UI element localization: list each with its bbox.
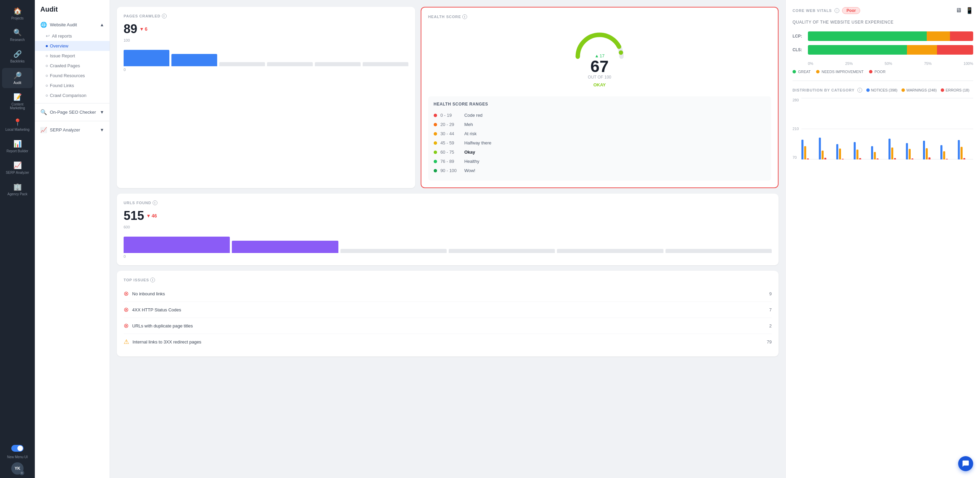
url-bar-4 [449,249,555,253]
issue-item-2[interactable]: ⊗ 4XX HTTP Status Codes 7 [124,302,772,318]
down-arrow-icon: ▼ [139,26,144,32]
sidebar-item-local-marketing[interactable]: 📍 Local Marketing [2,115,33,135]
sidebar-item-backlinks[interactable]: 🔗 Backlinks [2,46,33,67]
dist-legend: NOTICES (398) WARNINGS (248) ERRORS (18) [866,88,969,92]
agency-icon: 🏢 [13,183,22,191]
notices-bar-2 [836,144,838,159]
sidebar-item-audit[interactable]: 🔎 Audit [2,68,33,88]
dist-bars-area [802,98,973,159]
notices-bar-0 [802,140,803,159]
dist-bar-groups [802,98,973,159]
warnings-bar-0 [804,146,806,159]
range-20-29: 20 - 29 Meh [434,120,765,129]
axis-labels: 0% 25% 50% 75% 100% [808,62,973,65]
health-score-number: 67 [588,59,611,75]
ranges-title: HEALTH SCORE RANGES [434,102,765,106]
content-icon: 📝 [13,93,22,101]
avatar-settings-badge[interactable]: ⚙ [19,470,24,475]
sidebar-label-content: Content Marketing [5,102,30,110]
nav-item-found-resources[interactable]: Found Resources [35,71,110,81]
device-icons: 🖥 📱 [955,7,973,14]
website-audit-label: Website Audit [50,22,77,27]
main-content: PAGES CRAWLED i 89 ▼ 6 100 [110,0,980,478]
cwv-info-icon[interactable]: i [835,8,839,13]
distribution-section: DISTRIBUTION BY CATEGORY i NOTICES (398)… [792,88,973,159]
center-panel: PAGES CRAWLED i 89 ▼ 6 100 [110,0,785,478]
sidebar-label-projects: Projects [11,16,24,20]
cwv-title: CORE WEB VITALS [792,8,832,13]
nav-section-header-serp[interactable]: 📈 SERP Analyzer ▼ [35,124,110,136]
health-score-title: HEALTH SCORE i [428,14,771,19]
lcp-bar [808,32,973,41]
nav-item-crawl-comparison[interactable]: Crawl Comparison [35,91,110,100]
score-display: ▲ 17 67 OUT OF 100 [588,53,611,79]
pages-crawled-value: 89 ▼ 6 [124,22,408,36]
notices-bar-6 [906,143,908,159]
issue-count-4: 79 [767,339,772,345]
collapse-website-audit-button[interactable]: ▲ [100,22,104,27]
lcp-yellow-bar [927,32,950,41]
nav-section-header-on-page-seo[interactable]: 🔍 On-Page SEO Checker ▼ [35,106,110,118]
sidebar-item-agency-pack[interactable]: 🏢 Agency Pack [2,179,33,199]
urls-found-info-icon[interactable]: i [153,200,158,205]
issue-item-4[interactable]: ⚠ Internal links to 3XX redirect pages 7… [124,334,772,349]
issue-item-3[interactable]: ⊗ URLs with duplicate page titles 2 [124,318,772,334]
lcp-row: LCP: [792,32,973,41]
warnings-bar-8 [943,151,945,159]
nav-item-found-links[interactable]: Found Links [35,81,110,91]
warnings-bar-6 [908,149,911,159]
warnings-dot [902,89,905,92]
nav-item-issue-report[interactable]: Issue Report [35,51,110,61]
issue-report-label: Issue Report [50,53,75,59]
expand-on-page-seo-button[interactable]: ▼ [100,110,104,115]
on-page-seo-label: On-Page SEO Checker [50,110,96,115]
sidebar-label-serp: SERP Analyzer [6,171,29,175]
bar-6 [363,62,408,66]
health-status: OKAY [593,82,606,87]
serp-icon: 📈 [13,161,22,169]
right-panel: CORE WEB VITALS i Poor 🖥 📱 QUALITY OF TH… [785,0,980,478]
issue-label-2: 4XX HTTP Status Codes [132,307,766,313]
sidebar-item-projects[interactable]: 🏠 Projects [2,3,33,24]
desktop-icon[interactable]: 🖥 [955,7,962,14]
expand-serp-button[interactable]: ▼ [100,127,104,132]
lcp-red-bar [950,32,973,41]
pages-crawled-info-icon[interactable]: i [162,14,167,18]
top-issues-title: TOP ISSUES i [124,278,772,283]
issue-label-4: Internal links to 3XX redirect pages [132,339,764,345]
found-resources-label: Found Resources [50,73,85,78]
active-dot [46,45,48,47]
nav-item-all-reports[interactable]: ↩ All reports [35,31,110,41]
new-menu-toggle[interactable] [11,445,24,452]
avatar[interactable]: YK ⚙ [11,462,24,475]
errors-bar-3 [859,158,861,159]
issue-item-1[interactable]: ⊗ No inbound links 9 [124,286,772,302]
sidebar-item-content-marketing[interactable]: 📝 Content Marketing [2,89,33,113]
chat-bubble[interactable] [958,456,973,471]
sidebar-item-report-builder[interactable]: 📊 Report Builder [2,136,33,156]
nav-item-crawled-pages[interactable]: Crawled Pages [35,61,110,71]
bar-2 [172,54,217,66]
nav-item-overview[interactable]: Overview [35,41,110,51]
mobile-icon[interactable]: 📱 [966,7,973,14]
sidebar-item-serp-analyzer[interactable]: 📈 SERP Analyzer [2,158,33,178]
dist-info-icon[interactable]: i [858,88,862,92]
dist-bar-group-7 [923,141,938,159]
dist-y-210: 210 [792,127,799,131]
top-issues-info-icon[interactable]: i [150,278,155,283]
range-60-75: 60 - 75 Okay [434,148,765,157]
empty-dot-5 [46,95,48,97]
cwv-legend: GREAT NEEDS IMPROVEMENT POOR [792,70,973,74]
warnings-bar-2 [839,149,841,159]
url-bar-3 [340,249,447,253]
nav-section-header-website-audit[interactable]: 🌐 Website Audit ▲ [35,19,110,31]
local-icon: 📍 [13,118,22,126]
sidebar-item-research[interactable]: 🔍 Research [2,25,33,45]
sidebar-label-report: Report Builder [6,149,28,153]
audit-icon: 🔎 [13,71,22,79]
health-score-info-icon[interactable]: i [462,14,467,19]
backlinks-icon: 🔗 [13,50,22,58]
out-of-label: OUT OF 100 [588,75,611,79]
core-web-vitals-section: CORE WEB VITALS i Poor 🖥 📱 QUALITY OF TH… [792,7,973,81]
chart-icon: 📈 [40,127,47,133]
